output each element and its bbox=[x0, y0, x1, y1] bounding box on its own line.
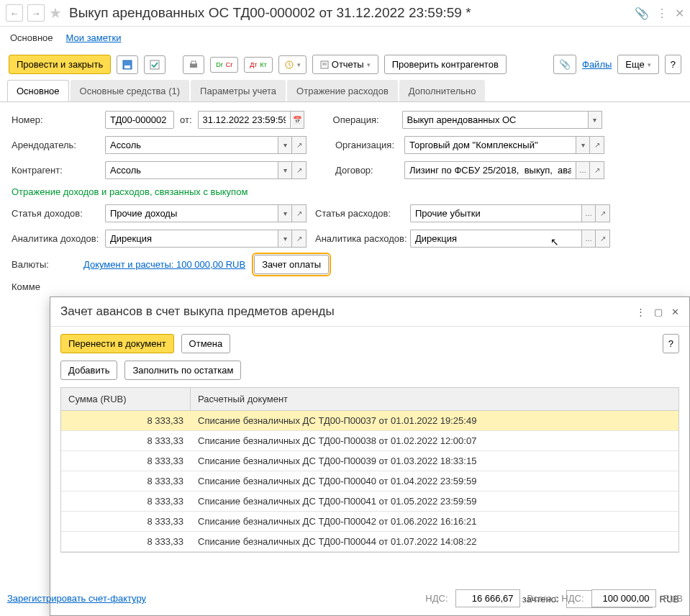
expense-art-input[interactable] bbox=[410, 204, 581, 222]
expense-an-input[interactable] bbox=[410, 230, 581, 248]
cell-sum: 8 333,33 bbox=[61, 532, 191, 551]
table-row[interactable]: 8 333,33Списание безналичных ДС ТД00-П00… bbox=[61, 492, 678, 512]
open-icon[interactable]: ↗ bbox=[292, 204, 307, 222]
to-document-button[interactable]: Перенести в документ bbox=[60, 334, 174, 353]
dropdown-icon[interactable]: ▾ bbox=[278, 136, 292, 154]
dropdown-icon[interactable]: ▾ bbox=[278, 204, 292, 222]
ellipsis-icon[interactable]: … bbox=[576, 161, 590, 179]
subtab-notes[interactable]: Мои заметки bbox=[66, 32, 122, 43]
more-button[interactable]: Еще ▾ bbox=[617, 55, 658, 74]
offset-button[interactable]: Зачет оплаты bbox=[254, 255, 329, 274]
open-icon[interactable]: ↗ bbox=[596, 204, 610, 222]
table-row[interactable]: 8 333,33Списание безналичных ДС ТД00-П00… bbox=[61, 411, 678, 431]
table-row[interactable]: 8 333,33Списание безналичных ДС ТД00-П00… bbox=[61, 471, 678, 492]
counter-input[interactable] bbox=[105, 161, 278, 179]
income-an-label: Аналитика доходов: bbox=[12, 233, 105, 244]
table-row[interactable]: 8 333,33Списание безналичных ДС ТД00-П00… bbox=[61, 512, 678, 532]
income-an-input[interactable] bbox=[105, 230, 278, 248]
tab-additional[interactable]: Дополнительно bbox=[399, 80, 486, 101]
total-with-nds-label: Всего с НДС: bbox=[527, 593, 584, 604]
tab-assets[interactable]: Основные средства (1) bbox=[71, 80, 190, 101]
nav-back[interactable]: ← bbox=[6, 4, 23, 22]
subtab-main[interactable]: Основное bbox=[10, 32, 53, 43]
page-title: Выкуп арендованных ОС ТД00-000002 от 31.… bbox=[69, 5, 471, 21]
tab-main[interactable]: Основное bbox=[7, 80, 69, 101]
open-icon[interactable]: ↗ bbox=[596, 230, 610, 248]
org-input[interactable] bbox=[404, 136, 576, 154]
dropdown-icon[interactable]: ▾ bbox=[278, 230, 292, 248]
dropdown-icon[interactable]: ▾ bbox=[588, 111, 602, 129]
cell-sum: 8 333,33 bbox=[61, 431, 191, 450]
ellipsis-icon[interactable]: … bbox=[581, 230, 596, 248]
open-icon[interactable]: ↗ bbox=[292, 161, 307, 179]
cell-sum: 8 333,33 bbox=[61, 411, 191, 430]
open-icon[interactable]: ↗ bbox=[590, 161, 604, 179]
dialog-kebab-icon[interactable]: ⋮ bbox=[636, 307, 645, 317]
from-label: от: bbox=[180, 114, 192, 125]
operation-input[interactable] bbox=[402, 111, 588, 129]
reports-button[interactable]: Отчеты▾ bbox=[312, 55, 378, 74]
kebab-icon[interactable]: ⋮ bbox=[656, 6, 668, 20]
open-icon[interactable]: ↗ bbox=[292, 230, 307, 248]
org-label: Организация: bbox=[335, 140, 404, 150]
help-button[interactable]: ? bbox=[665, 55, 681, 74]
favorite-star-icon[interactable]: ★ bbox=[49, 4, 62, 22]
register-invoice-link[interactable]: Зарегистрировать счет-фактуру bbox=[7, 593, 146, 604]
dropdown-icon[interactable]: ▾ bbox=[278, 161, 292, 179]
cell-doc: Списание безналичных ДС ТД00-П00037 от 0… bbox=[191, 411, 678, 430]
table-row[interactable]: 8 333,33Списание безналичных ДС ТД00-П00… bbox=[61, 451, 678, 471]
tab-params[interactable]: Параметры учета bbox=[191, 80, 286, 101]
print-button[interactable] bbox=[183, 55, 204, 74]
operation-label: Операция: bbox=[333, 114, 402, 125]
structure-button[interactable]: ▾ bbox=[278, 55, 307, 74]
expense-art-label: Статья расходов: bbox=[315, 208, 410, 219]
check-counterparty-button[interactable]: Проверить контрагентов bbox=[384, 55, 507, 74]
lessor-input[interactable] bbox=[105, 136, 278, 154]
nav-fwd[interactable]: → bbox=[27, 4, 45, 22]
contract-input[interactable] bbox=[404, 161, 576, 179]
date-input[interactable] bbox=[198, 111, 290, 129]
close-icon[interactable]: ✕ bbox=[675, 6, 684, 20]
dt-kt-button[interactable]: ДтКт bbox=[244, 57, 273, 73]
files-link[interactable]: Файлы bbox=[582, 59, 612, 70]
income-art-label: Статья доходов: bbox=[12, 208, 105, 219]
income-art-input[interactable] bbox=[105, 204, 278, 222]
cell-sum: 8 333,33 bbox=[61, 512, 191, 531]
cell-doc: Списание безналичных ДС ТД00-П00040 от 0… bbox=[191, 471, 678, 491]
attach-icon[interactable]: 📎 bbox=[635, 6, 649, 20]
dialog-title: Зачет авансов в счет выкупа предметов ар… bbox=[60, 304, 335, 319]
cancel-button[interactable]: Отмена bbox=[181, 334, 231, 353]
lessor-label: Арендодатель: bbox=[12, 140, 105, 150]
save-button[interactable] bbox=[117, 55, 138, 74]
expense-an-label: Аналитика расходов: bbox=[315, 233, 410, 244]
number-input[interactable] bbox=[105, 111, 174, 129]
ellipsis-icon[interactable]: … bbox=[581, 204, 596, 222]
number-label: Номер: bbox=[12, 114, 105, 125]
currency-link[interactable]: Документ и расчеты: 100 000,00 RUB bbox=[83, 259, 245, 270]
tab-expenses[interactable]: Отражение расходов bbox=[287, 80, 398, 101]
post-button[interactable] bbox=[144, 55, 165, 74]
post-close-button[interactable]: Провести и закрыть bbox=[9, 55, 111, 74]
cell-sum: 8 333,33 bbox=[61, 451, 191, 471]
calendar-icon[interactable]: 📅 bbox=[290, 111, 304, 129]
dt-ct-button[interactable]: DrCr bbox=[210, 57, 238, 73]
table-row[interactable]: 8 333,33Списание безналичных ДС ТД00-П00… bbox=[61, 532, 678, 552]
clip-button[interactable]: 📎 bbox=[553, 55, 576, 74]
cell-doc: Списание безналичных ДС ТД00-П00042 от 0… bbox=[191, 512, 678, 531]
dialog-close-icon[interactable]: ✕ bbox=[671, 307, 679, 317]
open-icon[interactable]: ↗ bbox=[292, 136, 307, 154]
dialog-help-button[interactable]: ? bbox=[663, 334, 679, 353]
open-icon[interactable]: ↗ bbox=[590, 136, 604, 154]
dialog-max-icon[interactable]: ▢ bbox=[654, 307, 663, 317]
dropdown-icon[interactable]: ▾ bbox=[576, 136, 590, 154]
fill-button[interactable]: Заполнить по остаткам bbox=[124, 361, 241, 380]
offset-dialog: Зачет авансов в счет выкупа предметов ар… bbox=[50, 296, 690, 616]
cell-doc: Списание безналичных ДС ТД00-П00038 от 0… bbox=[191, 431, 678, 450]
col-sum[interactable]: Сумма (RUB) bbox=[61, 388, 191, 410]
col-doc[interactable]: Расчетный документ bbox=[191, 388, 678, 410]
add-button[interactable]: Добавить bbox=[60, 361, 117, 380]
section-header: Отражение доходов и расходов, связанных … bbox=[12, 186, 678, 197]
table-row[interactable]: 8 333,33Списание безналичных ДС ТД00-П00… bbox=[61, 431, 678, 451]
total-with-nds-input bbox=[591, 589, 656, 607]
counter-label: Контрагент: bbox=[12, 165, 105, 176]
